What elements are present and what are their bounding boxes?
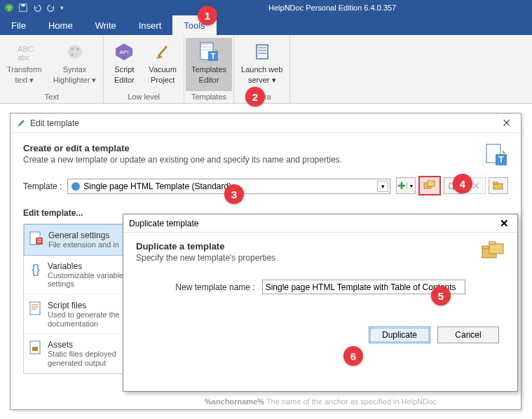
dialog-header: Edit template ✕ (11, 114, 521, 133)
chevron-down-icon[interactable]: ▾ (407, 183, 415, 189)
template-icon: T (198, 41, 220, 63)
app-title: HelpNDoc Personal Edition 6.4.0.357 (136, 4, 397, 12)
broom-icon (151, 41, 174, 63)
svg-point-9 (71, 53, 74, 56)
syntax-highlighter-button[interactable]: Syntax Highlighter ▾ (48, 38, 102, 91)
close-button[interactable]: ✕ (498, 116, 515, 130)
tab-write[interactable]: Write (84, 15, 128, 35)
transform-text-button[interactable]: ABCabc Transform text ▾ (1, 38, 48, 91)
svg-point-6 (68, 45, 82, 59)
script-icon (28, 301, 43, 316)
dialog-title: Edit template (30, 118, 79, 128)
undo-icon[interactable] (32, 3, 42, 13)
template-label: Template : (23, 181, 62, 191)
svg-text:API: API (120, 49, 129, 55)
script-editor-button[interactable]: API Script Editor (105, 38, 143, 91)
svg-point-7 (71, 48, 74, 50)
launch-webserver-button[interactable]: Launch web server ▾ (236, 38, 288, 91)
settings-icon (29, 231, 44, 246)
svg-point-23 (71, 182, 80, 191)
sidebar-item-assets[interactable]: AssetsStatic files deployed generated ou… (24, 334, 132, 373)
callout-3: 3 (224, 184, 244, 204)
close-button[interactable]: ✕ (497, 217, 512, 230)
dialog-title: Duplicate template (129, 219, 198, 228)
chevron-down-icon[interactable]: ▾ (377, 181, 388, 192)
svg-text:T: T (211, 52, 216, 60)
edit-template-sidebar: General settingsFile extension and in {}… (23, 224, 132, 374)
ribbon-group-lowlevel: API Script Editor Vacuum Project Low lev… (104, 35, 184, 103)
svg-text:ABC: ABC (18, 45, 34, 53)
palette-icon (64, 41, 86, 63)
transform-icon: ABCabc (13, 41, 36, 63)
template-value: Single page HTML Template (Standard) (83, 181, 231, 191)
add-template-button[interactable]: ▾ (396, 177, 416, 194)
svg-rect-33 (30, 302, 40, 315)
svg-rect-16 (257, 45, 268, 59)
server-icon (251, 41, 273, 63)
svg-rect-38 (489, 244, 503, 254)
svg-rect-35 (32, 347, 38, 351)
sidebar-item-scripts[interactable]: Script filesUsed to generate the documen… (24, 295, 132, 334)
templates-editor-button[interactable]: T Templates Editor (186, 38, 232, 91)
qat: ? ▾ (0, 3, 64, 13)
svg-rect-29 (493, 182, 498, 184)
duplicate-button[interactable]: Duplicate (369, 327, 430, 343)
ribbon: ABCabc Transform text ▾ Syntax Highlight… (0, 35, 532, 104)
dialog-header: Duplicate template ✕ (123, 214, 517, 233)
dialog-sub: Create a new template or update an exist… (23, 155, 342, 165)
svg-rect-31 (36, 238, 43, 245)
callout-4: 4 (453, 174, 472, 193)
callout-5: 5 (431, 286, 451, 305)
window-titlebar: ? ▾ HelpNDoc Personal Edition 6.4.0.357 (0, 0, 532, 15)
placeholder-hint: %anchorname% The name of the anchor as s… (205, 397, 437, 406)
svg-rect-25 (428, 181, 435, 186)
sidebar-item-variables[interactable]: {} VariablesCustomizable variable settin… (24, 256, 132, 295)
tab-insert[interactable]: Insert (128, 15, 173, 35)
svg-text:abc: abc (18, 53, 30, 62)
assets-icon (28, 340, 43, 355)
svg-rect-37 (482, 246, 489, 249)
svg-rect-39 (489, 242, 496, 245)
menubar: File Home Write Insert Tools (0, 15, 532, 35)
redo-icon[interactable] (46, 3, 56, 13)
vacuum-project-button[interactable]: Vacuum Project (143, 38, 182, 91)
api-icon: API (113, 41, 135, 63)
svg-text:?: ? (7, 4, 11, 12)
pencil-icon (16, 118, 26, 128)
save-icon[interactable] (18, 3, 28, 13)
svg-text:{}: {} (32, 262, 40, 276)
dialog-heading: Duplicate a template (136, 241, 275, 252)
open-folder-button[interactable] (489, 177, 508, 194)
svg-line-12 (158, 46, 167, 56)
help-icon[interactable]: ? (4, 3, 14, 13)
duplicate-template-dialog: Duplicate template ✕ Duplicate a templat… (123, 214, 518, 392)
callout-6: 6 (343, 346, 363, 366)
braces-icon: {} (28, 261, 43, 277)
ribbon-group-templates: T Templates Editor Templates (184, 35, 234, 103)
callout-2: 2 (245, 87, 265, 107)
template-toolbar: ▾ (396, 177, 508, 195)
svg-text:T: T (498, 155, 504, 165)
folders-icon (481, 241, 505, 262)
callout-1: 1 (198, 6, 217, 25)
html-icon (71, 181, 81, 191)
cancel-button[interactable]: Cancel (437, 327, 499, 343)
dialog-heading: Create or edit a template (23, 143, 342, 153)
tab-home[interactable]: Home (37, 15, 84, 35)
sidebar-item-general[interactable]: General settingsFile extension and in (24, 224, 132, 256)
duplicate-template-button[interactable] (418, 176, 441, 195)
new-name-label: New template name : (175, 282, 254, 292)
template-large-icon: T (484, 143, 508, 167)
ribbon-group-text: ABCabc Transform text ▾ Syntax Highlight… (0, 35, 104, 103)
svg-point-8 (76, 48, 79, 50)
tab-file[interactable]: File (0, 15, 37, 35)
svg-rect-3 (21, 4, 25, 7)
dialog-sub: Specify the new template's properties (136, 253, 275, 263)
qat-dropdown-icon[interactable]: ▾ (60, 3, 64, 13)
